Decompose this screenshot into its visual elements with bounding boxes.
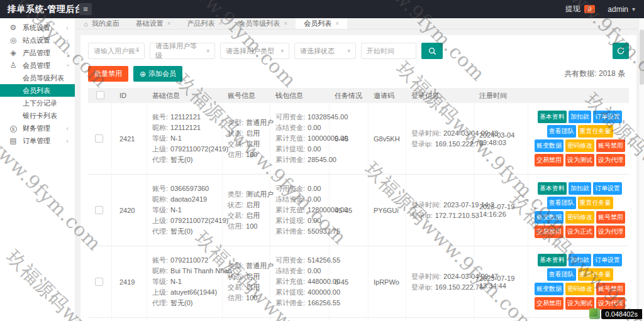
sidebar-item-product-management[interactable]: ◈ 产品管理 ‹ — [0, 46, 75, 59]
action-button[interactable]: 加扣款 — [569, 111, 591, 123]
action-button[interactable]: 设为代理 — [596, 226, 625, 238]
info-label: 可用资金: — [275, 113, 305, 121]
action-button[interactable]: 重置任务量 — [578, 125, 613, 138]
main-content: 请选择用户等级 ▾ 请选择用户类型 ▾ 请选择状态 ▾ — [75, 30, 638, 321]
action-button[interactable]: 设为测试 — [565, 297, 594, 310]
action-button[interactable]: 账号禁用 — [596, 283, 625, 295]
tab-my-desktop[interactable]: ⌂ 我的桌面 — [75, 18, 128, 29]
sidebar-item-member-level-list[interactable]: 会员等级列表 — [0, 72, 75, 84]
action-button[interactable]: 设为测试 — [565, 154, 594, 166]
info-value: 100 — [246, 151, 257, 158]
select-all-checkbox[interactable] — [96, 91, 104, 99]
action-button[interactable]: 基本资料 — [538, 111, 567, 123]
level-select[interactable]: 请选择用户等级 ▾ — [150, 43, 215, 59]
batch-disable-button[interactable]: 批量禁用 — [88, 66, 128, 82]
action-button[interactable]: 加扣款 — [569, 182, 591, 195]
search-button[interactable] — [421, 43, 443, 59]
action-button[interactable]: 加扣款 — [569, 254, 591, 266]
info-value: 暂无(0) — [170, 299, 192, 307]
sidebar-item-member-list[interactable]: 会员列表 — [0, 84, 75, 97]
info-label: 信用: — [228, 294, 243, 302]
total-count: 共有数据: 2018 条 — [564, 68, 629, 79]
tab-basic-settings[interactable]: 基础设置 × — [128, 18, 179, 29]
sidebar-item-system-settings[interactable]: ⚙ 系统设置 ‹ — [0, 21, 75, 34]
action-button[interactable]: 交易禁用 — [535, 154, 564, 166]
info-value: 0.00 — [308, 195, 321, 203]
action-button[interactable]: 账变数据 — [535, 211, 564, 224]
product-icon: ◈ — [8, 48, 18, 57]
row-checkbox[interactable] — [95, 278, 103, 286]
tab-product-list[interactable]: 产品列表 × — [179, 18, 231, 29]
info-label: 类型: — [228, 190, 243, 198]
action-button[interactable]: 交易禁用 — [535, 297, 564, 310]
chevron-left-icon: ‹ — [66, 49, 69, 57]
sidebar-item-label: 会员列表 — [23, 86, 50, 95]
info-label: 类型: — [228, 262, 243, 269]
tab-close-icon[interactable]: × — [284, 20, 287, 27]
add-member-button[interactable]: ⊕ 添加会员 — [133, 66, 182, 82]
action-button[interactable]: 账变数据 — [535, 139, 564, 152]
tab-close-icon[interactable]: × — [335, 20, 339, 27]
status-select[interactable]: 请选择状态 ▾ — [294, 43, 356, 59]
action-button[interactable]: 重置任务量 — [578, 268, 613, 281]
user-type-select[interactable]: 请选择用户类型 ▾ — [220, 43, 289, 59]
account-search-input[interactable] — [88, 43, 145, 59]
info-value: 启用 — [246, 273, 260, 280]
action-button[interactable]: 重置任务量 — [578, 197, 613, 209]
tab-close-icon[interactable]: × — [219, 20, 223, 27]
info-line: 昵称:daotao2419 — [152, 194, 221, 205]
action-button[interactable]: 账变数据 — [535, 283, 564, 295]
column-header-id: ID — [112, 92, 147, 99]
row-checkbox[interactable] — [95, 206, 103, 214]
sidebar-item-updown-records[interactable]: 上下分记录 — [0, 97, 75, 109]
action-button[interactable]: 交易禁用 — [535, 226, 564, 238]
scrollbar[interactable] — [638, 18, 644, 321]
withdraw-link[interactable]: 提现 — [565, 4, 580, 14]
action-button[interactable]: 设为正式 — [565, 226, 594, 238]
sidebar-item-order-management[interactable]: ▤ 订单管理 ‹ — [0, 134, 75, 147]
info-line: 冻结资金:0.00 — [275, 122, 328, 133]
action-button[interactable]: 账号禁用 — [596, 139, 625, 152]
action-button[interactable]: 密码修改 — [565, 283, 594, 295]
action-button[interactable]: 查看团队 — [547, 125, 576, 138]
action-button[interactable]: 订单设置 — [593, 111, 622, 123]
info-line: 代理:暂无(0) — [152, 226, 221, 237]
sidebar-item-finance-management[interactable]: $ 财务管理 ‹ — [0, 122, 75, 134]
action-button[interactable]: 查看团队 — [547, 268, 576, 281]
action-button[interactable]: 密码修改 — [565, 211, 594, 224]
chevron-down-icon: ▾ — [347, 48, 350, 54]
scrollbar-thumb[interactable] — [640, 30, 644, 85]
tab-member-list[interactable]: 会员列表 × — [296, 18, 347, 29]
action-button[interactable]: 设为代理 — [596, 297, 625, 310]
sidebar-item-site-settings[interactable]: ◎ 站点设置 ‹ — [0, 34, 75, 46]
info-line: 状态:启用 — [228, 271, 269, 282]
row-checkbox[interactable] — [95, 134, 103, 143]
tab-close-icon[interactable]: × — [167, 20, 171, 27]
action-button[interactable]: 基本资料 — [538, 254, 567, 266]
info-label: 交易: — [228, 212, 243, 219]
info-line: 累计充值:448000.00 — [275, 276, 328, 287]
withdraw-count-badge[interactable]: 0 — [584, 5, 596, 13]
admin-user-menu[interactable]: admin — [608, 5, 628, 14]
info-label: 登录ip: — [411, 212, 433, 219]
action-button[interactable]: 订单设置 — [593, 254, 622, 266]
info-label: 登录ip: — [411, 283, 433, 291]
info-label: 上级: — [152, 145, 168, 153]
action-button[interactable]: 基本资料 — [538, 182, 567, 195]
info-value: 暂无(0) — [170, 227, 192, 235]
action-button[interactable]: 设为代理 — [596, 154, 625, 166]
info-value: 0366597360 — [170, 185, 209, 192]
action-button[interactable]: 账号禁用 — [596, 211, 625, 224]
sidebar-item-bankcard-list[interactable]: 银行卡列表 — [0, 109, 75, 122]
info-label: 账号: — [152, 185, 168, 192]
tab-member-level-list[interactable]: 会员等级列表 × — [230, 18, 296, 29]
sidebar-item-member-management[interactable]: ♙ 会员管理 ‹ — [0, 59, 75, 72]
refresh-button[interactable] — [613, 43, 629, 59]
sidebar-item-label: 银行卡列表 — [23, 111, 57, 121]
start-time-input[interactable] — [361, 43, 416, 59]
action-button[interactable]: 密码修改 — [565, 139, 594, 152]
action-button[interactable]: 订单设置 — [593, 182, 622, 195]
info-line: 代理:暂无(0) — [152, 298, 221, 308]
action-button[interactable]: 查看团队 — [547, 197, 576, 209]
hamburger-menu-button[interactable]: ≡ — [79, 3, 92, 15]
